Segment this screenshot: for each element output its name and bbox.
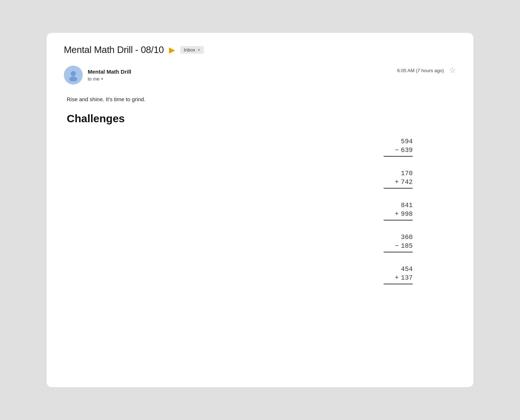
email-meta-row: Mental Math Drill to me ▾ 6:05 AM (7 hou… — [64, 66, 456, 85]
math-operator-3: + — [395, 210, 399, 218]
math-bottom-row-4: − 185 — [395, 242, 413, 250]
sender-section: Mental Math Drill to me ▾ — [64, 66, 131, 85]
star-icon[interactable]: ☆ — [449, 66, 456, 75]
math-problem-4: 360 − 185 — [384, 234, 413, 252]
math-top-1: 594 — [401, 138, 413, 145]
sender-name: Mental Math Drill — [88, 69, 131, 75]
math-line-1 — [384, 156, 413, 157]
sender-info: Mental Math Drill to me ▾ — [88, 69, 131, 82]
math-operator-1: − — [395, 147, 399, 154]
math-top-3: 841 — [401, 202, 413, 209]
math-problem-1: 594 − 639 — [384, 138, 413, 157]
math-bottom-row-5: + 137 — [395, 274, 413, 281]
email-subject: Mental Math Drill - 08/10 — [64, 44, 164, 55]
math-problem-2: 170 + 742 — [384, 170, 413, 189]
math-operator-5: + — [395, 274, 399, 281]
math-bottom-row-1: − 639 — [395, 147, 413, 154]
math-bottom-3: 998 — [401, 210, 413, 218]
inbox-badge-close[interactable]: × — [198, 47, 201, 53]
math-operator-4: − — [395, 242, 399, 250]
math-bottom-5: 137 — [401, 274, 413, 281]
math-bottom-4: 185 — [401, 242, 413, 250]
math-problems: 594 − 639 170 + 742 841 + — [67, 138, 456, 297]
email-time-section: 6:05 AM (7 hours ago) ☆ — [397, 66, 456, 75]
math-operator-2: + — [395, 178, 399, 186]
recipient-row[interactable]: to me ▾ — [88, 76, 131, 82]
challenges-heading: Challenges — [67, 112, 456, 125]
math-bottom-1: 639 — [401, 147, 413, 154]
math-line-3 — [384, 220, 413, 221]
math-bottom-row-2: + 742 — [395, 178, 413, 186]
math-line-2 — [384, 188, 413, 189]
svg-point-1 — [69, 77, 77, 81]
math-line-5 — [384, 284, 413, 284]
math-line-4 — [384, 252, 413, 252]
inbox-badge-label: Inbox — [184, 47, 195, 53]
math-top-5: 454 — [401, 265, 413, 273]
svg-point-0 — [71, 71, 76, 76]
math-top-4: 360 — [401, 234, 413, 241]
math-problem-5: 454 + 137 — [384, 265, 413, 284]
avatar-icon — [67, 69, 79, 81]
math-top-2: 170 — [401, 170, 413, 177]
email-time: 6:05 AM (7 hours ago) — [397, 68, 444, 73]
math-bottom-row-3: + 998 — [395, 210, 413, 218]
inbox-badge[interactable]: Inbox × — [180, 46, 204, 54]
email-container: Mental Math Drill - 08/10 ▶ Inbox × Ment… — [46, 32, 474, 388]
greeting-text: Rise and shine. It's time to grind. — [67, 96, 456, 102]
email-header-top: Mental Math Drill - 08/10 ▶ Inbox × — [64, 44, 456, 55]
forward-icon: ▶ — [169, 45, 175, 55]
email-body: Rise and shine. It's time to grind. Chal… — [64, 96, 456, 297]
recipient-label: to me — [88, 76, 100, 82]
chevron-down-icon: ▾ — [101, 77, 103, 81]
math-problem-3: 841 + 998 — [384, 202, 413, 221]
avatar — [64, 66, 83, 85]
math-bottom-2: 742 — [401, 178, 413, 186]
